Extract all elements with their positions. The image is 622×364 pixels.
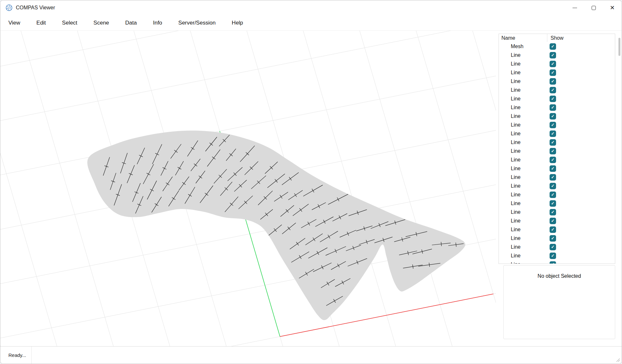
visibility-checkbox[interactable]: ✓ [550,209,556,215]
scene-item-name[interactable]: Line [499,174,547,180]
scene-item-name[interactable]: Line [499,209,547,215]
column-header-show[interactable]: Show [547,34,615,42]
scene-item-name[interactable]: Line [499,52,547,58]
visibility-checkbox[interactable]: ✓ [550,69,556,76]
scene-row-line[interactable]: Line✓ [499,199,615,208]
scene-item-name[interactable]: Line [499,235,547,241]
scene-item-name[interactable]: Line [499,131,547,137]
scene-item-name[interactable]: Line [499,218,547,224]
menu-item-select[interactable]: Select [57,17,82,28]
scene-row-line[interactable]: Line✓ [499,155,615,164]
scene-row-line[interactable]: Line✓ [499,112,615,120]
visibility-checkbox[interactable]: ✓ [550,174,556,181]
scene-row-line[interactable]: Line✓ [499,243,615,251]
scene-item-name[interactable]: Line [499,113,547,119]
visibility-checkbox[interactable]: ✓ [550,52,556,58]
scene-item-name[interactable]: Line [499,201,547,206]
scene-row-mesh[interactable]: Mesh✓ [499,42,615,51]
scene-row-line[interactable]: Line✓ [499,260,615,264]
scene-row-line[interactable]: Line✓ [499,59,615,68]
scene-row-line[interactable]: Line✓ [499,208,615,216]
scene-item-name[interactable]: Line [499,105,547,110]
scene-row-line[interactable]: Line✓ [499,234,615,243]
visibility-checkbox[interactable]: ✓ [550,253,556,259]
scene-item-name[interactable]: Line [499,262,547,264]
scene-row-line[interactable]: Line✓ [499,86,615,94]
menu-item-data[interactable]: Data [120,17,142,28]
maximize-button[interactable] [584,0,603,15]
scene-row-line[interactable]: Line✓ [499,251,615,260]
checkmark-icon: ✓ [551,123,555,127]
scene-row-line[interactable]: Line✓ [499,51,615,59]
scene-item-name[interactable]: Line [499,157,547,163]
scene-item-name[interactable]: Line [499,70,547,76]
scene-row-line[interactable]: Line✓ [499,164,615,173]
scene-item-name[interactable]: Line [499,122,547,128]
menu-item-edit[interactable]: Edit [32,17,51,28]
scene-row-line[interactable]: Line✓ [499,225,615,234]
visibility-checkbox[interactable]: ✓ [550,96,556,102]
scene-item-name[interactable]: Line [499,227,547,233]
viewport-canvas[interactable] [0,31,496,347]
scene-item-name[interactable]: Line [499,166,547,172]
viewport-3d[interactable] [0,31,496,347]
scene-item-name[interactable]: Line [499,96,547,102]
scene-item-name[interactable]: Mesh [499,44,547,49]
visibility-checkbox[interactable]: ✓ [550,235,556,242]
visibility-checkbox[interactable]: ✓ [550,122,556,128]
visibility-checkbox[interactable]: ✓ [550,218,556,224]
menu-item-view[interactable]: View [4,17,25,28]
scene-row-line[interactable]: Line✓ [499,147,615,155]
scene-item-name[interactable]: Line [499,244,547,250]
scene-row-line[interactable]: Line✓ [499,129,615,138]
scene-row-line[interactable]: Line✓ [499,103,615,112]
scene-item-name[interactable]: Line [499,87,547,93]
scene-row-line[interactable]: Line✓ [499,190,615,199]
visibility-checkbox[interactable]: ✓ [550,113,556,120]
column-header-name[interactable]: Name [499,35,547,41]
menu-item-help[interactable]: Help [227,17,248,28]
scene-row-line[interactable]: Line✓ [499,94,615,103]
visibility-checkbox[interactable]: ✓ [550,104,556,111]
scene-item-name[interactable]: Line [499,148,547,154]
scene-item-name[interactable]: Line [499,192,547,198]
scene-item-name[interactable]: Line [499,61,547,67]
checkmark-icon: ✓ [551,175,555,179]
visibility-checkbox[interactable]: ✓ [550,157,556,163]
visibility-checkbox[interactable]: ✓ [550,226,556,233]
scrollbar-track[interactable] [618,31,621,347]
visibility-checkbox[interactable]: ✓ [550,183,556,189]
visibility-checkbox[interactable]: ✓ [550,130,556,137]
scene-item-name[interactable]: Line [499,253,547,259]
visibility-checkbox[interactable]: ✓ [550,192,556,198]
scene-row-line[interactable]: Line✓ [499,182,615,190]
visibility-checkbox[interactable]: ✓ [550,43,556,50]
scene-item-name[interactable]: Line [499,78,547,84]
minimize-button[interactable] [565,0,584,15]
visibility-checkbox[interactable]: ✓ [550,87,556,93]
scene-row-line[interactable]: Line✓ [499,216,615,225]
visibility-checkbox[interactable]: ✓ [550,244,556,250]
visibility-checkbox[interactable]: ✓ [550,165,556,172]
checkmark-icon: ✓ [551,192,555,197]
visibility-checkbox[interactable]: ✓ [550,139,556,146]
scene-row-line[interactable]: Line✓ [499,68,615,77]
scene-item-name[interactable]: Line [499,183,547,189]
menu-item-info[interactable]: Info [148,17,167,28]
scrollbar-thumb[interactable] [618,38,620,56]
scene-tree-panel: Name Show Mesh✓Line✓Line✓Line✓Line✓Line✓… [499,34,615,264]
resize-grip-icon[interactable] [615,357,620,362]
scene-row-line[interactable]: Line✓ [499,120,615,129]
visibility-checkbox[interactable]: ✓ [550,78,556,85]
visibility-checkbox[interactable]: ✓ [550,148,556,154]
scene-row-line[interactable]: Line✓ [499,77,615,86]
menu-item-scene[interactable]: Scene [89,17,114,28]
close-button[interactable]: ✕ [603,0,622,15]
visibility-checkbox[interactable]: ✓ [550,261,556,264]
visibility-checkbox[interactable]: ✓ [550,61,556,67]
scene-row-line[interactable]: Line✓ [499,138,615,147]
menu-item-server-session[interactable]: Server/Session [174,17,220,28]
scene-item-name[interactable]: Line [499,140,547,145]
visibility-checkbox[interactable]: ✓ [550,200,556,207]
scene-row-line[interactable]: Line✓ [499,173,615,182]
